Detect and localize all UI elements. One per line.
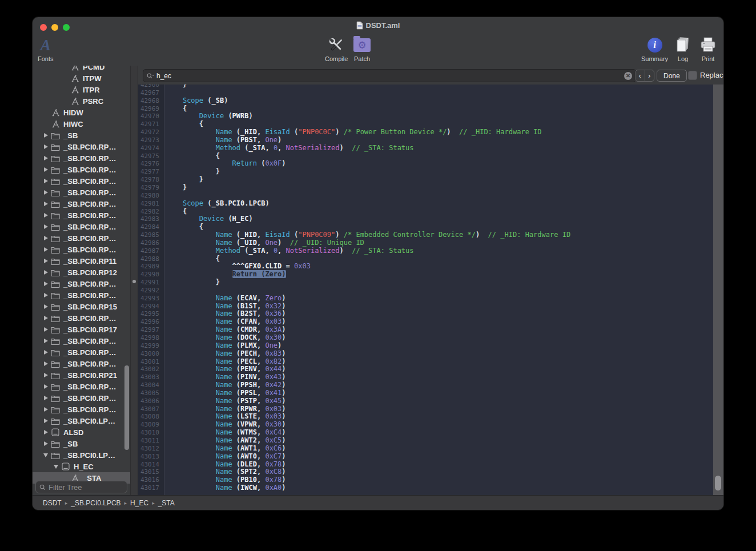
tree-item[interactable]: _SB.PCI0.RP…: [33, 221, 130, 232]
disclosure-triangle[interactable]: [42, 144, 50, 149]
code-line[interactable]: 42986 Name (_UID, One) // _UID: Unique I…: [138, 239, 713, 247]
code-line[interactable]: 42995 Name (B2ST, 0x36): [138, 310, 713, 318]
disclosure-triangle[interactable]: [42, 190, 50, 195]
disclosure-triangle[interactable]: [42, 293, 50, 297]
tree-item[interactable]: H_EC: [33, 461, 130, 472]
tree-item[interactable]: _SB.PCI0.RP…: [33, 141, 130, 152]
code-line[interactable]: 42977 }: [138, 168, 713, 176]
code-line[interactable]: 42981 Scope (_SB.PCI0.LPCB): [138, 200, 713, 208]
tree-item[interactable]: _SB.PCI0.RP…: [33, 198, 130, 210]
disclosure-triangle[interactable]: [42, 133, 50, 138]
code-line[interactable]: 43010 Name (WTMS, 0xC4): [138, 429, 713, 437]
tree-item[interactable]: _SB.PCI0.RP…: [33, 358, 130, 369]
tree-item[interactable]: _SB.PCI0.RP…: [33, 278, 130, 289]
tree-item[interactable]: PCMD: [33, 66, 130, 73]
disclosure-triangle[interactable]: [42, 339, 50, 343]
code-line[interactable]: 42992: [138, 287, 713, 295]
tree-item[interactable]: _SB.PCI0.RP…: [33, 392, 130, 404]
code-line[interactable]: 42974 Method (_STA, 0, NotSerialized) //…: [138, 144, 713, 152]
tree-item[interactable]: _SB.PCI0.RP…: [33, 164, 130, 175]
disclosure-triangle[interactable]: [42, 304, 50, 309]
code-line[interactable]: 43009 Name (VPWR, 0x30): [138, 421, 713, 429]
tree-item[interactable]: HIWC: [33, 118, 130, 130]
done-button[interactable]: Done: [657, 70, 687, 82]
disclosure-triangle[interactable]: [42, 179, 50, 183]
tree-item[interactable]: _SB.PCI0.RP…: [33, 289, 130, 301]
tree-item[interactable]: _SB.PCI0.RP…: [33, 347, 130, 358]
code-line[interactable]: 42982 {: [138, 208, 713, 216]
code-line[interactable]: 42997 Name (CMDR, 0x3A): [138, 326, 713, 334]
code-line[interactable]: 43005 Name (PPSL, 0x41): [138, 389, 713, 397]
code-line[interactable]: 42969 {: [138, 105, 713, 113]
tree-item[interactable]: _SB.PCI0.RP…: [33, 312, 130, 324]
editor-scrollbar-thumb[interactable]: [715, 476, 721, 490]
code-line[interactable]: 43011 Name (AWT2, 0xC5): [138, 437, 713, 445]
disclosure-triangle[interactable]: [42, 430, 50, 435]
tree-item[interactable]: ALSD: [33, 427, 130, 438]
disclosure-triangle[interactable]: [42, 453, 50, 457]
code-line[interactable]: 42973 Name (PBST, One): [138, 136, 713, 144]
disclosure-triangle[interactable]: [42, 270, 50, 275]
tree-item[interactable]: _SB.PCI0.LP…: [33, 449, 130, 461]
disclosure-triangle[interactable]: [42, 202, 50, 206]
split-divider[interactable]: [130, 66, 138, 496]
breadcrumb-item[interactable]: _SB.PCI0.LPCB: [71, 499, 120, 507]
code-line[interactable]: 42984 {: [138, 223, 713, 231]
code-line[interactable]: 42983 Device (H_EC): [138, 215, 713, 223]
code-line[interactable]: 43003 Name (PINV, 0x43): [138, 373, 713, 381]
code-line[interactable]: 42993 Name (ECAV, Zero): [138, 295, 713, 303]
code-line[interactable]: 43017 Name (IWCW, 0xA0): [138, 484, 713, 492]
tree-item[interactable]: _SB.PCI0.RP…: [33, 175, 130, 187]
code-line[interactable]: 43004 Name (PPSH, 0x42): [138, 381, 713, 389]
disclosure-triangle[interactable]: [42, 316, 50, 320]
code-line[interactable]: 42970 Device (PWRB): [138, 112, 713, 120]
code-line[interactable]: 43007 Name (RPWR, 0x03): [138, 405, 713, 413]
patch-button[interactable]: ⚙ Patch: [353, 35, 371, 62]
compile-button[interactable]: Compile: [325, 35, 348, 62]
print-button[interactable]: Print: [699, 35, 717, 62]
editor-scrollbar-track[interactable]: [713, 85, 723, 496]
tree-item[interactable]: _SB.PCI0.RP…: [33, 244, 130, 255]
disclosure-triangle[interactable]: [42, 236, 50, 240]
tree-item[interactable]: _SB.PCI0.RP…: [33, 210, 130, 221]
breadcrumb-item[interactable]: DSDT: [43, 499, 62, 507]
disclosure-triangle[interactable]: [42, 281, 50, 286]
tree-item[interactable]: _SB.PCI0.RP…: [33, 381, 130, 392]
tree-item[interactable]: _SB.PCI0.LP…: [33, 415, 130, 427]
log-button[interactable]: Log: [675, 35, 691, 62]
filter-tree-input[interactable]: Filter Tree: [35, 481, 127, 493]
code-line[interactable]: 43013 Name (AWT0, 0xC7): [138, 453, 713, 461]
code-line[interactable]: 42998 Name (DOCK, 0x30): [138, 334, 713, 342]
disclosure-triangle[interactable]: [42, 327, 50, 332]
code-line[interactable]: 43002 Name (PENV, 0x44): [138, 365, 713, 373]
code-line[interactable]: 42991 }: [138, 279, 713, 287]
disclosure-triangle[interactable]: [42, 407, 50, 412]
tree-item[interactable]: _SB.PCI0.RP12: [33, 267, 130, 278]
disclosure-triangle[interactable]: [42, 247, 50, 252]
disclosure-triangle[interactable]: [42, 167, 50, 172]
code-line[interactable]: 42994 Name (B1ST, 0x32): [138, 303, 713, 311]
code-line[interactable]: 42985 Name (_HID, EisaId ("PNP0C09") /* …: [138, 231, 713, 239]
tree-item[interactable]: PSRC: [33, 95, 130, 107]
search-menu-icon[interactable]: [147, 73, 154, 79]
code-line[interactable]: 42971 {: [138, 120, 713, 128]
sidebar-scrollbar-thumb[interactable]: [124, 365, 129, 450]
code-line[interactable]: 43015 Name (SPT2, 0xC8): [138, 468, 713, 476]
tree-item[interactable]: _SB.PCI0.RP17: [33, 324, 130, 335]
tree-item[interactable]: _SB.PCI0.RP…: [33, 232, 130, 244]
disclosure-triangle[interactable]: [42, 350, 50, 355]
tree-item[interactable]: ITPR: [33, 84, 130, 95]
code-editor[interactable]: 42966 }4296742968 Scope (_SB)42969 {4297…: [138, 85, 713, 496]
code-line[interactable]: 42966 }: [138, 85, 713, 89]
breadcrumb-item[interactable]: H_EC: [130, 499, 148, 507]
disclosure-triangle[interactable]: [42, 224, 50, 229]
code-line[interactable]: 43012 Name (AWT1, 0xC6): [138, 445, 713, 453]
tree-item[interactable]: _SB.PCI0.RP15: [33, 301, 130, 312]
replace-checkbox[interactable]: [688, 71, 697, 80]
code-line[interactable]: 42978 }: [138, 176, 713, 184]
disclosure-triangle[interactable]: [42, 361, 50, 366]
disclosure-triangle[interactable]: [42, 441, 50, 446]
code-line[interactable]: 42980: [138, 192, 713, 200]
tree-item[interactable]: _SB: [33, 130, 130, 141]
code-line[interactable]: 42999 Name (PLMX, One): [138, 342, 713, 350]
